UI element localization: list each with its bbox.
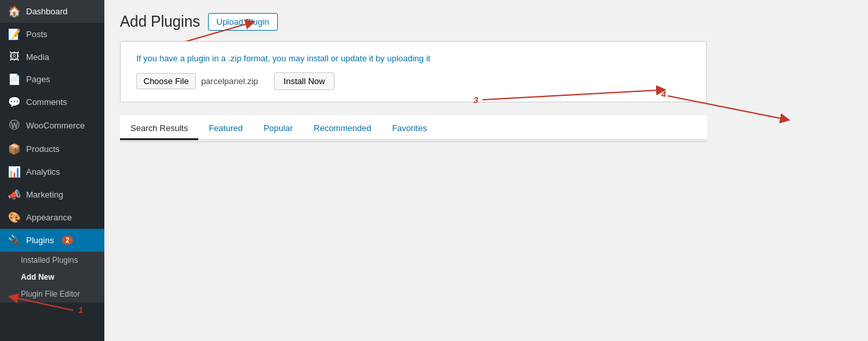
sidebar-item-analytics[interactable]: 📊 Analytics [0, 160, 104, 183]
comments-icon: 💬 [8, 96, 21, 108]
upload-area-wrapper: If you have a plugin in a .zip format, y… [120, 41, 852, 115]
upload-form-row: Choose File parcelpanel.zip Install Now [136, 72, 691, 90]
sidebar-item-label: Media [26, 52, 49, 62]
install-now-button[interactable]: Install Now [274, 72, 335, 90]
posts-icon: 📝 [8, 28, 21, 40]
plugins-submenu: Installed Plugins Add New Plugin File Ed… [0, 252, 104, 303]
sidebar-item-pages[interactable]: 📄 Pages [0, 68, 104, 91]
dashboard-icon: 🏠 [8, 5, 21, 18]
sidebar-item-products[interactable]: 📦 Products [0, 138, 104, 160]
submenu-add-new[interactable]: Add New [0, 269, 104, 286]
sidebar-item-label: Products [26, 144, 59, 154]
plugins-icon: 🔌 [8, 234, 21, 246]
sidebar-item-label: Posts [26, 29, 48, 39]
file-name-display: parcelpanel.zip [201, 76, 258, 86]
submenu-label: Add New [21, 273, 54, 282]
tab-content-area [120, 140, 707, 142]
submenu-label: Plugin File Editor [21, 289, 80, 299]
upload-section: If you have a plugin in a .zip format, y… [120, 41, 707, 102]
media-icon: 🖼 [8, 51, 21, 63]
sidebar-item-label: Comments [26, 97, 67, 107]
products-icon: 📦 [8, 143, 21, 155]
main-content: Add Plugins Upload Plugin 2 If you have … [104, 0, 868, 341]
sidebar-item-woocommerce[interactable]: Ⓦ WooCommerce [0, 113, 104, 138]
page-header-area: Add Plugins Upload Plugin 2 [120, 13, 852, 41]
pages-icon: 📄 [8, 73, 21, 85]
tab-featured[interactable]: Featured [198, 118, 253, 140]
sidebar-item-marketing[interactable]: 📣 Marketing [0, 183, 104, 206]
sidebar-item-label: Marketing [26, 190, 63, 200]
tab-recommended[interactable]: Recommended [303, 118, 382, 140]
tab-popular[interactable]: Popular [253, 118, 303, 140]
tab-search-results[interactable]: Search Results [120, 118, 198, 140]
page-header: Add Plugins Upload Plugin [120, 13, 852, 31]
marketing-icon: 📣 [8, 188, 21, 201]
sidebar-item-posts[interactable]: 📝 Posts [0, 23, 104, 46]
sidebar-item-plugins[interactable]: 🔌 Plugins 2 [0, 229, 104, 252]
upload-plugin-button[interactable]: Upload Plugin [208, 13, 278, 31]
sidebar-item-label: Pages [26, 74, 50, 84]
sidebar-item-label: WooCommerce [26, 121, 85, 130]
sidebar-item-label: Appearance [26, 213, 72, 222]
analytics-icon: 📊 [8, 166, 21, 178]
sidebar-item-dashboard[interactable]: 🏠 Dashboard [0, 0, 104, 23]
submenu-label: Installed Plugins [21, 256, 78, 265]
tabs-bar: Search Results Featured Popular Recommen… [120, 115, 707, 140]
upload-info-text: If you have a plugin in a .zip format, y… [136, 53, 691, 63]
sidebar-item-appearance[interactable]: 🎨 Appearance [0, 206, 104, 229]
submenu-installed-plugins[interactable]: Installed Plugins [0, 252, 104, 269]
appearance-icon: 🎨 [8, 211, 21, 224]
page-title: Add Plugins [120, 13, 200, 31]
sidebar-item-label: Analytics [26, 167, 60, 177]
sidebar-item-label: Dashboard [26, 7, 68, 16]
submenu-plugin-file-editor[interactable]: Plugin File Editor [0, 286, 104, 303]
sidebar: 🏠 Dashboard 📝 Posts 🖼 Media 📄 Pages 💬 Co… [0, 0, 104, 341]
sidebar-item-media[interactable]: 🖼 Media [0, 46, 104, 68]
choose-file-button[interactable]: Choose File [136, 73, 196, 89]
sidebar-item-label: Plugins [26, 235, 54, 245]
tab-favorites[interactable]: Favorites [382, 118, 437, 140]
sidebar-item-comments[interactable]: 💬 Comments [0, 91, 104, 113]
plugins-badge: 2 [62, 236, 74, 245]
woocommerce-icon: Ⓦ [8, 119, 21, 132]
